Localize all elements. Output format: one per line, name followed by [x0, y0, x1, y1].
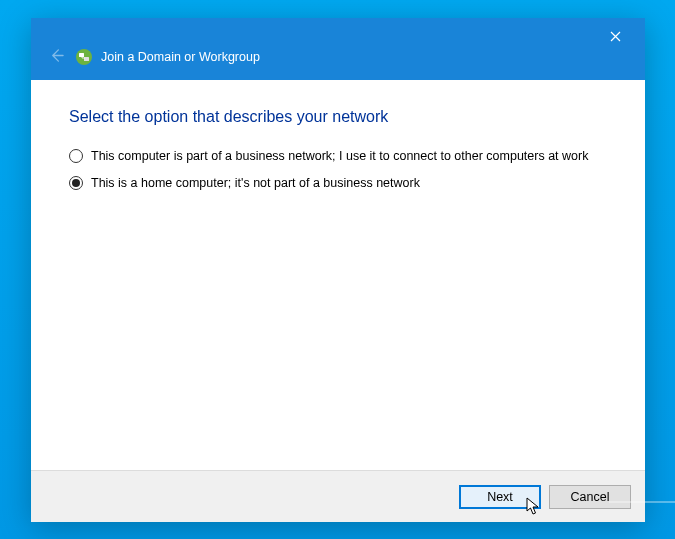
window-title: Join a Domain or Workgroup: [101, 50, 260, 64]
domain-workgroup-icon: [75, 48, 93, 66]
option-home-computer-label: This is a home computer; it's not part o…: [91, 175, 420, 192]
option-business-network-label: This computer is part of a business netw…: [91, 148, 588, 165]
title-bar: Join a Domain or Workgroup: [31, 18, 645, 80]
option-home-computer[interactable]: This is a home computer; it's not part o…: [69, 175, 589, 192]
wizard-content: Select the option that describes your ne…: [31, 80, 645, 470]
svg-point-0: [76, 49, 92, 65]
title-bar-content: Join a Domain or Workgroup: [45, 46, 260, 68]
next-button[interactable]: Next: [459, 485, 541, 509]
desktop-background: Join a Domain or Workgroup Select the op…: [0, 0, 675, 539]
cancel-button[interactable]: Cancel: [549, 485, 631, 509]
taskbar-edge: [609, 501, 675, 503]
close-icon: [610, 29, 621, 45]
page-heading: Select the option that describes your ne…: [69, 108, 617, 126]
svg-rect-1: [79, 53, 84, 57]
svg-rect-2: [84, 57, 89, 61]
wizard-footer: Next Cancel: [31, 470, 645, 522]
back-button: [45, 46, 67, 68]
radio-business-network[interactable]: [69, 149, 83, 163]
back-arrow-icon: [49, 48, 64, 67]
radio-home-computer[interactable]: [69, 176, 83, 190]
close-button[interactable]: [595, 23, 635, 51]
option-business-network[interactable]: This computer is part of a business netw…: [69, 148, 589, 165]
wizard-window: Join a Domain or Workgroup Select the op…: [31, 18, 645, 522]
